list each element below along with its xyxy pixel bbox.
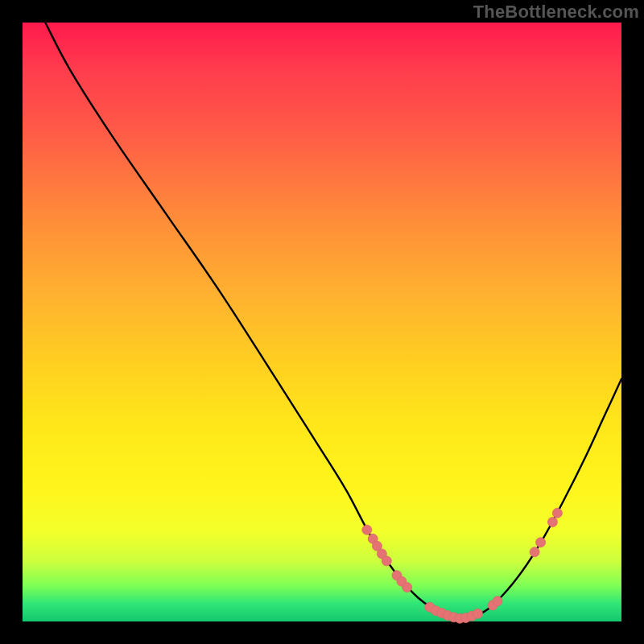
data-marker [473,609,482,618]
data-marker [402,583,412,592]
bottleneck-curve [45,23,621,618]
curve-layer [23,23,621,621]
data-marker [552,508,562,518]
data-marker [547,518,557,527]
data-marker [493,597,502,606]
plot-area [23,23,621,621]
data-marker [362,525,372,535]
data-marker [536,538,546,547]
watermark-text: TheBottleneck.com [473,2,639,23]
data-marker [530,547,539,557]
data-marker [382,556,391,566]
data-markers [362,508,563,623]
chart-frame: TheBottleneck.com [0,0,644,644]
